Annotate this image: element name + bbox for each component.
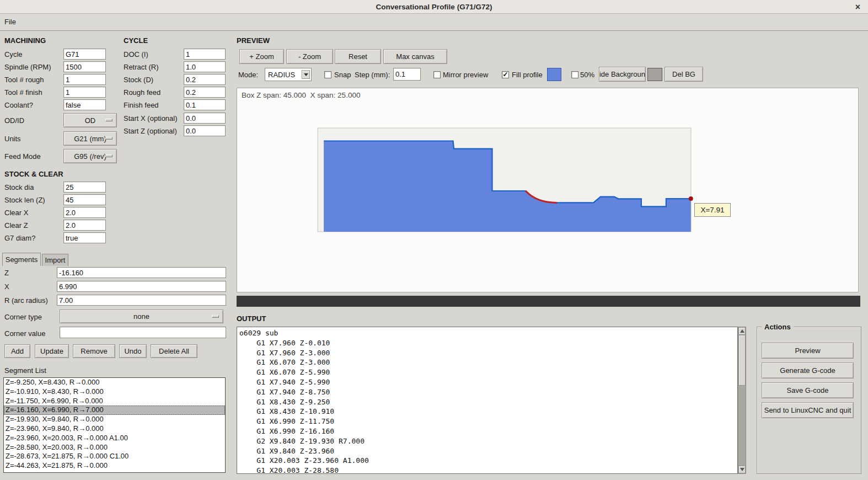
segment-list-label: Segment List — [4, 366, 46, 375]
cycle-header: CYCLE — [124, 36, 148, 45]
step-input[interactable] — [393, 68, 421, 81]
scroll-down-icon[interactable] — [738, 466, 746, 473]
tool-rough-input[interactable] — [63, 74, 106, 85]
zoom-out-button[interactable]: - Zoom — [286, 49, 333, 64]
retract-input[interactable] — [184, 61, 226, 72]
start-x-label: Start X (optional) — [124, 114, 178, 122]
list-item[interactable]: Z=-9.250, X=8.430, R→0.000 — [4, 378, 225, 387]
generate-gcode-button[interactable]: Generate G-code — [762, 362, 854, 378]
gcode-text[interactable]: o6029 sub G1 X7.960 Z-0.010 G1 X7.960 Z-… — [237, 327, 737, 474]
scrollbar-thumb[interactable] — [738, 335, 746, 386]
doc-input[interactable] — [184, 49, 226, 60]
option-menu-indicator-icon — [212, 315, 219, 318]
close-icon[interactable]: × — [855, 0, 860, 14]
horizontal-scrollbar[interactable] — [237, 296, 860, 307]
x-input[interactable] — [57, 281, 226, 292]
chevron-down-icon — [302, 70, 310, 79]
save-gcode-button[interactable]: Save G-code — [762, 382, 854, 398]
tab-import[interactable]: Import — [42, 254, 68, 266]
g7-diam-input[interactable] — [63, 232, 106, 243]
list-item[interactable]: Z=-28.673, X=21.875, R→0.000 C1.00 — [4, 452, 225, 461]
mode-dropdown[interactable]: RADIUS — [265, 68, 312, 81]
max-canvas-button[interactable]: Max canvas — [383, 49, 447, 64]
output-scrollbar[interactable] — [738, 327, 746, 474]
undo-button[interactable]: Undo — [119, 344, 147, 358]
odid-value: OD — [85, 116, 96, 125]
g7-diam-label: G7 diam? — [4, 234, 35, 242]
list-item[interactable]: Z=-19.930, X=9.840, R→0.000 — [4, 415, 225, 424]
snap-label: Snap — [334, 71, 351, 79]
list-item[interactable]: Z=-28.580, X=20.003, R→0.000 — [4, 443, 225, 452]
corner-type-label: Corner type — [4, 313, 42, 321]
finish-feed-label: Finish feed — [124, 101, 159, 109]
app-window: Conversational Profile (G71/G72) × File … — [0, 0, 868, 480]
stock-len-input[interactable] — [63, 194, 106, 205]
hide-background-button[interactable]: ide Backgroun — [599, 67, 646, 82]
start-x-input[interactable] — [184, 113, 226, 124]
actions-legend: Actions — [762, 323, 794, 331]
start-z-input[interactable] — [184, 125, 226, 136]
box-span-text: Box Z span: 45.000 X span: 25.000 — [242, 91, 360, 99]
units-value: G21 (mm) — [74, 135, 106, 143]
corner-value-input[interactable] — [60, 327, 226, 338]
stock-dia-input[interactable] — [63, 182, 106, 193]
menu-bar: File — [0, 14, 868, 31]
mirror-checkbox[interactable] — [433, 71, 441, 78]
mirror-label: Mirror preview — [443, 71, 488, 79]
r-input[interactable] — [57, 295, 226, 306]
corner-value-label: Corner value — [4, 329, 45, 338]
tab-segments[interactable]: Segments — [2, 253, 41, 266]
corner-type-value: none — [133, 312, 149, 321]
list-item[interactable]: Z=-11.750, X=6.990, R→0.000 — [4, 397, 225, 406]
remove-button[interactable]: Remove — [73, 344, 115, 358]
coolant-input[interactable] — [63, 99, 106, 110]
feed-mode-value: G95 (/rev) — [74, 152, 106, 161]
gcode-output-box: o6029 sub G1 X7.960 Z-0.010 G1 X7.960 Z-… — [237, 327, 738, 474]
scroll-up-icon[interactable] — [738, 327, 746, 335]
tool-finish-input[interactable] — [63, 87, 106, 98]
menu-file[interactable]: File — [4, 18, 16, 26]
list-item[interactable]: Z=-44.263, X=21.875, R→0.000 — [4, 461, 225, 471]
list-item[interactable]: Z=-10.910, X=8.430, R→0.000 — [4, 387, 225, 397]
feed-mode-dropdown[interactable]: G95 (/rev) — [63, 149, 117, 163]
fill-color-swatch[interactable] — [547, 68, 561, 81]
stock-dia-label: Stock dia — [4, 183, 34, 191]
option-menu-indicator-icon — [105, 137, 112, 140]
stock-d-input[interactable] — [184, 74, 226, 85]
actions-group: Actions Preview Generate G-code Save G-c… — [757, 327, 861, 474]
background-color-swatch[interactable] — [647, 68, 662, 81]
cycle-label: Cycle — [4, 50, 23, 58]
z-input[interactable] — [57, 267, 226, 278]
step-label: Step (mm): — [355, 71, 390, 79]
fill-profile-checkbox[interactable] — [502, 71, 509, 78]
update-button[interactable]: Update — [35, 344, 69, 358]
cycle-input[interactable] — [63, 49, 106, 60]
finish-feed-input[interactable] — [184, 99, 226, 110]
reset-button[interactable]: Reset — [335, 49, 381, 64]
clear-x-input[interactable] — [63, 207, 106, 218]
clear-z-input[interactable] — [63, 220, 106, 231]
list-item[interactable]: Z=-23.960, X=9.840, R→0.000 — [4, 424, 225, 434]
units-label: Units — [4, 135, 21, 143]
list-item[interactable]: Z=-23.960, X=20.003, R→0.000 A1.00 — [4, 434, 225, 443]
mode-value: RADIUS — [268, 71, 295, 79]
units-dropdown[interactable]: G21 (mm) — [63, 131, 117, 146]
preview-canvas[interactable]: Box Z span: 45.000 X span: 25.000 X=7.91 — [237, 88, 859, 292]
send-to-linuxcnc-button[interactable]: Send to LinuxCNC and quit — [762, 402, 854, 418]
add-button[interactable]: Add — [4, 344, 30, 358]
spindle-input[interactable] — [63, 61, 106, 72]
odid-dropdown[interactable]: OD — [63, 113, 117, 127]
list-item-selected[interactable]: Z=-16.160, X=6.990, R→7.000 — [4, 406, 225, 415]
doc-label: DOC (I) — [124, 50, 148, 58]
odid-label: OD/ID — [4, 116, 24, 125]
snap-checkbox[interactable] — [324, 71, 331, 78]
delete-background-button[interactable]: Del BG — [665, 67, 703, 82]
preview-action-button[interactable]: Preview — [762, 343, 854, 359]
delete-all-button[interactable]: Delete All — [151, 344, 197, 358]
rough-feed-label: Rough feed — [124, 88, 160, 97]
zoom-in-button[interactable]: + Zoom — [239, 49, 284, 64]
option-menu-indicator-icon — [105, 154, 112, 157]
rough-feed-input[interactable] — [184, 87, 226, 98]
fifty-percent-checkbox[interactable] — [571, 71, 578, 78]
corner-type-dropdown[interactable]: none — [60, 310, 223, 323]
